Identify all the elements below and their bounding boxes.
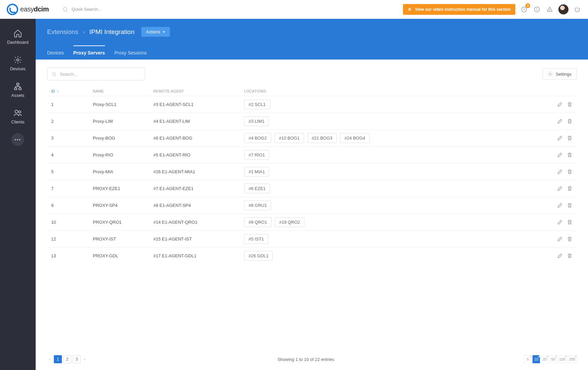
location-tag[interactable]: #7 RIO1 [244,150,269,160]
search-placeholder: Search... [60,72,77,77]
actions-button[interactable]: Actions ▼ [141,27,170,37]
table-row[interactable]: 12 PROXY-IST #15 E1-AGENT-IST #5 IST1 [47,230,577,247]
location-tag[interactable]: #2 SCL1 [244,100,270,109]
logo-mark-icon [7,4,18,15]
search-icon [51,72,57,77]
edit-icon[interactable] [557,152,563,158]
edit-icon[interactable] [557,135,563,141]
table-row[interactable]: 1 Proxy-SCL1 #3 E1-AGENT-SCL1 #2 SCL1 [47,96,577,113]
delete-icon[interactable] [567,253,573,259]
location-tag[interactable]: #24 BOG4 [340,133,369,143]
table-header: ID ↑ NAME REMOTE AGENT LOCATIONS [47,86,577,96]
sidebar-item-clients[interactable]: Clients [0,104,36,129]
page-size-button[interactable]: 200 [568,355,577,363]
delete-icon[interactable] [567,135,573,141]
location-tag[interactable]: #3 LIM1 [244,116,269,126]
network-icon [13,82,22,91]
svg-point-14 [52,72,56,75]
page-button[interactable]: 2 [63,355,71,363]
page-button[interactable]: 1 [54,355,62,363]
quick-search[interactable]: Quick Search... [62,6,403,12]
video-instruction-banner[interactable]: ✕ View our video instruction manual for … [403,4,516,15]
notification-icon[interactable]: 3 [520,5,528,13]
table-row[interactable]: 10 PROXY-QRO1 #14 E1-AGENT-QRO1 #9 QRO1#… [47,214,577,230]
svg-point-0 [63,7,67,11]
edit-icon[interactable] [557,202,563,208]
delete-icon[interactable] [567,202,573,208]
sort-asc-icon: ↑ [57,89,59,93]
tab-devices[interactable]: Devices [47,45,64,60]
location-tag[interactable]: #26 GDL1 [244,251,273,261]
page-title: IPMI Integration [89,28,135,36]
table-row[interactable]: 9 PROXY-SP4 #8 E1-AGENT-SP4 #8 GRU1 [47,197,577,214]
location-tag[interactable]: #4 BOG2 [244,133,271,143]
edit-icon[interactable] [557,236,563,242]
location-tag[interactable]: #8 GRU1 [244,200,271,210]
edit-icon[interactable] [557,118,563,124]
page-size-button[interactable]: 100 [558,355,566,363]
warning-icon[interactable] [546,5,554,13]
sidebar-item-dashboard[interactable]: Dashboard [0,24,36,49]
sidebar-item-label: Dashboard [7,40,29,45]
edit-icon[interactable] [557,186,563,191]
delete-icon[interactable] [567,102,573,107]
location-tag[interactable]: #6 EZE1 [244,184,270,193]
location-tag[interactable]: #5 IST1 [244,234,268,244]
delete-icon[interactable] [567,219,573,225]
page-prev[interactable]: ‹ [47,357,52,362]
settings-button[interactable]: Settings [543,68,577,80]
page-size-button[interactable]: 20 [541,355,548,363]
page-size-button[interactable]: 10 [532,355,540,363]
tab-proxy-servers[interactable]: Proxy Servers [73,45,105,60]
page-size-button[interactable]: 50 [549,355,557,363]
table-row[interactable]: 3 Proxy-BOG #6 E1-AGENT-BOG #4 BOG2#10 B… [47,130,577,146]
col-header-id[interactable]: ID ↑ [51,89,93,93]
info-icon[interactable] [533,5,541,13]
power-icon[interactable] [573,5,581,13]
breadcrumb-extensions[interactable]: Extensions [47,28,78,36]
delete-icon[interactable] [567,152,573,158]
edit-icon[interactable] [557,253,563,259]
table-row[interactable]: 5 Proxy-MIA #26 E1-AGENT-MIA1 #1 MIA1 [47,163,577,180]
more-button[interactable]: ••• [11,133,24,146]
logo[interactable]: easydcim [7,4,49,15]
logo-text: easydcim [20,5,49,13]
col-header-agent[interactable]: REMOTE AGENT [153,89,244,93]
edit-icon[interactable] [557,169,563,175]
svg-line-15 [55,75,56,76]
sidebar-item-label: Assets [11,93,24,98]
table-row[interactable]: 7 PROXY-EZE1 #7 E1-AGENT-EZE1 #6 EZE1 [47,180,577,197]
avatar[interactable] [558,4,568,14]
delete-icon[interactable] [567,236,573,242]
sidebar-item-devices[interactable]: Devices [0,51,36,76]
chevron-right-icon: › [83,29,85,35]
col-header-locations[interactable]: LOCATIONS [244,89,546,93]
location-tag[interactable]: #9 QRO1 [244,217,271,227]
delete-icon[interactable] [567,169,573,175]
svg-rect-11 [19,88,21,89]
location-tag[interactable]: #21 BOG3 [307,133,337,143]
svg-rect-9 [17,83,19,85]
location-tag[interactable]: #1 MIA1 [244,167,269,177]
col-header-name[interactable]: NAME [93,89,153,93]
location-tag[interactable]: #19 QRO2 [275,217,304,227]
page-button[interactable]: 3 [73,355,81,363]
delete-icon[interactable] [567,118,573,124]
close-icon[interactable]: ✕ [408,7,412,12]
delete-icon[interactable] [567,186,573,191]
svg-point-16 [550,73,551,75]
search-input[interactable]: Search... [47,68,145,80]
location-tag[interactable]: #10 BOG1 [274,133,304,143]
table-row[interactable]: 4 Proxy-RIO #5 E1-AGENT-RIO #7 RIO1 [47,146,577,163]
tab-proxy-sessions[interactable]: Proxy Sessions [114,45,147,60]
table-row[interactable]: 2 Proxy-LIM #4 E1-AGENT-LIM #3 LIM1 [47,113,577,130]
edit-icon[interactable] [557,102,563,107]
sidebar-item-assets[interactable]: Assets [0,77,36,103]
page-next[interactable]: › [82,357,87,362]
search-icon [62,6,68,12]
table-row[interactable]: 13 PROXY-GDL #17 E1-AGENT-GDL1 #26 GDL1 [47,247,577,264]
edit-icon[interactable] [557,219,563,225]
page-size-button[interactable]: 5 [524,355,531,363]
table-footer: ‹ 123 › Showing 1 to 10 of 22 entries 51… [47,355,577,363]
svg-line-1 [66,10,68,12]
